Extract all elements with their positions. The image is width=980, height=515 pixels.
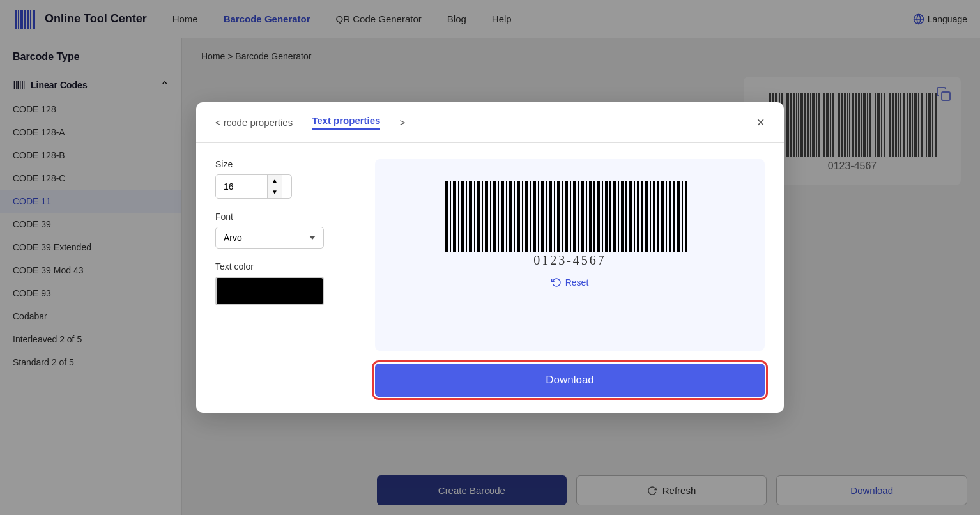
svg-rect-80: [461, 181, 464, 252]
prev-arrow-icon: <: [215, 117, 221, 128]
svg-rect-76: [445, 181, 448, 252]
svg-rect-109: [578, 181, 579, 252]
svg-rect-81: [466, 181, 467, 252]
font-label: Font: [215, 211, 356, 222]
svg-rect-93: [514, 181, 515, 252]
size-input[interactable]: [216, 176, 267, 197]
svg-rect-114: [597, 181, 600, 252]
size-input-wrapper: ▲ ▼: [215, 174, 292, 199]
reset-button[interactable]: Reset: [551, 277, 589, 288]
modal-body: Size ▲ ▼ Font Arvo Arial T: [196, 143, 784, 413]
svg-rect-86: [485, 181, 488, 252]
svg-rect-91: [506, 181, 507, 252]
size-increment-button[interactable]: ▲: [268, 175, 282, 187]
svg-rect-105: [562, 181, 563, 252]
svg-rect-88: [493, 181, 496, 252]
svg-rect-77: [450, 181, 451, 252]
svg-rect-125: [641, 181, 643, 252]
font-select[interactable]: Arvo Arial Times New Roman Courier Verda…: [215, 227, 324, 249]
svg-rect-127: [650, 181, 651, 252]
modal-close-button[interactable]: ×: [756, 116, 765, 130]
svg-rect-103: [554, 181, 555, 252]
svg-rect-116: [605, 181, 608, 252]
svg-rect-115: [602, 181, 603, 252]
modal-active-tab-label: Text properties: [312, 115, 380, 126]
svg-rect-119: [618, 181, 619, 252]
modal-barcode-image: 0123-4567: [436, 178, 704, 268]
svg-rect-78: [453, 181, 456, 252]
modal-tab-prev[interactable]: < rcode properties: [215, 117, 293, 128]
font-group: Font Arvo Arial Times New Roman Courier …: [215, 211, 356, 249]
download-modal-button[interactable]: Download: [375, 364, 765, 397]
svg-rect-79: [458, 181, 459, 252]
svg-rect-122: [629, 181, 632, 252]
barcode-preview-area: 0123-4567 Reset: [375, 159, 765, 351]
svg-rect-87: [490, 181, 491, 252]
svg-rect-112: [589, 181, 592, 252]
modal-overlay[interactable]: < rcode properties Text properties > × S…: [0, 0, 980, 515]
modal: < rcode properties Text properties > × S…: [196, 102, 784, 413]
text-color-swatch[interactable]: [215, 277, 324, 305]
size-decrement-button[interactable]: ▼: [268, 187, 282, 198]
svg-rect-135: [682, 181, 683, 252]
svg-rect-129: [657, 181, 659, 252]
reset-icon: [551, 277, 562, 288]
svg-rect-97: [530, 181, 531, 252]
modal-prev-tab-label: rcode properties: [224, 117, 293, 128]
svg-rect-123: [634, 181, 635, 252]
modal-tab-text-properties[interactable]: Text properties: [312, 115, 380, 130]
svg-rect-82: [469, 181, 472, 252]
svg-rect-134: [677, 181, 680, 252]
svg-rect-118: [613, 181, 616, 252]
size-group: Size ▲ ▼: [215, 159, 356, 199]
svg-rect-128: [653, 181, 655, 252]
svg-rect-136: [685, 181, 687, 252]
reset-label: Reset: [565, 277, 589, 288]
size-spinners: ▲ ▼: [267, 175, 282, 198]
modal-header: < rcode properties Text properties > ×: [196, 102, 784, 143]
svg-rect-100: [541, 181, 544, 252]
svg-rect-83: [474, 181, 475, 252]
svg-text:0123-4567: 0123-4567: [533, 253, 606, 267]
svg-rect-96: [525, 181, 528, 252]
svg-rect-130: [661, 181, 664, 252]
next-arrow-icon: >: [399, 117, 405, 128]
text-color-group: Text color: [215, 261, 356, 305]
text-color-label: Text color: [215, 261, 356, 272]
modal-form: Size ▲ ▼ Font Arvo Arial T: [215, 159, 356, 397]
svg-rect-133: [673, 181, 675, 252]
svg-rect-108: [573, 181, 576, 252]
svg-rect-120: [621, 181, 624, 252]
modal-preview: 0123-4567 Reset Download: [375, 159, 765, 397]
svg-rect-99: [538, 181, 539, 252]
svg-rect-98: [533, 181, 536, 252]
svg-rect-124: [637, 181, 639, 252]
svg-rect-131: [666, 181, 667, 252]
svg-rect-104: [557, 181, 560, 252]
svg-rect-113: [593, 181, 595, 252]
svg-rect-85: [482, 181, 483, 252]
svg-rect-94: [517, 181, 520, 252]
svg-rect-106: [565, 181, 568, 252]
svg-rect-102: [549, 181, 552, 252]
svg-rect-101: [546, 181, 547, 252]
svg-rect-121: [625, 181, 627, 252]
svg-rect-90: [501, 181, 504, 252]
svg-rect-126: [645, 181, 648, 252]
svg-rect-92: [509, 181, 512, 252]
svg-rect-132: [669, 181, 671, 252]
svg-rect-107: [570, 181, 571, 252]
svg-rect-110: [581, 181, 584, 252]
svg-rect-95: [522, 181, 523, 252]
size-label: Size: [215, 159, 356, 169]
svg-rect-89: [498, 181, 499, 252]
svg-rect-84: [477, 181, 480, 252]
svg-rect-111: [586, 181, 587, 252]
svg-rect-117: [609, 181, 611, 252]
